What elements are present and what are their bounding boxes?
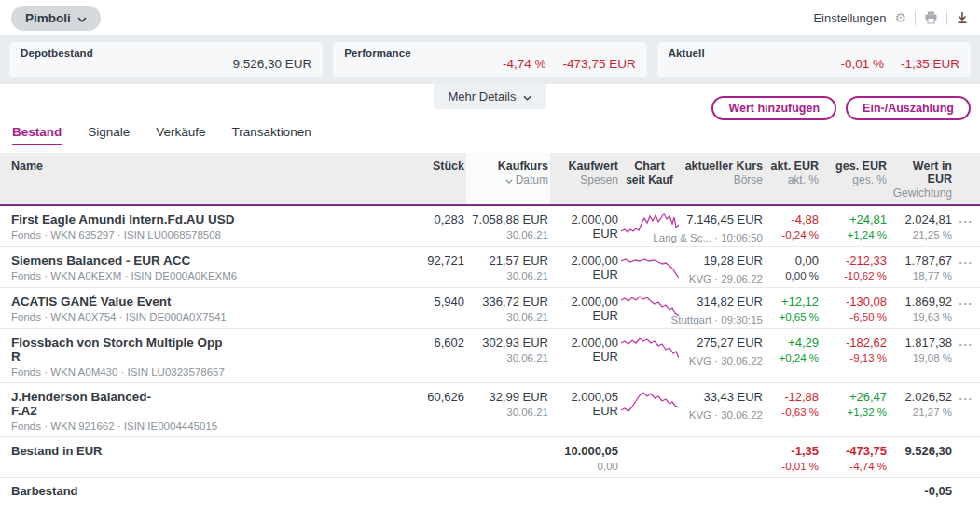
col-header-aktueller-kurs[interactable]: aktueller Kurs Börse: [681, 153, 765, 205]
ges-pct-value: -10,62 %: [821, 270, 887, 282]
card-performance: Performance -4,74 %-473,75 EUR: [333, 42, 646, 77]
kauf-datum: 30.06.21: [466, 352, 548, 364]
col-header-akt-eur[interactable]: akt. EUR akt. %: [765, 153, 821, 205]
aktueller-kurs-value: 314,82 EUR: [681, 295, 763, 309]
kaufkurs-value: 32,99 EUR: [466, 390, 548, 404]
kaufwert-value: 2.000,05 EUR: [550, 390, 618, 418]
kauf-datum: 30.06.21: [466, 407, 548, 418]
divider: [946, 11, 947, 25]
stueck-value: 60,626: [410, 390, 464, 404]
col-header-wert-in-eur[interactable]: Wert in EUR Gewichtung: [889, 153, 954, 205]
account-selector[interactable]: Pimboli: [11, 6, 101, 31]
stueck-value: 92,721: [410, 254, 464, 268]
more-details-button[interactable]: Mehr Details: [434, 84, 547, 109]
kauf-datum: 30.06.21: [466, 270, 548, 282]
row-menu-button[interactable]: ···: [959, 215, 973, 228]
row-menu-button[interactable]: ···: [959, 393, 973, 406]
wert-value: 2.024,81: [889, 213, 952, 227]
summary-band: Depotbestand 9.526,30 EUR Performance -4…: [0, 35, 980, 84]
table-header-row: Name Stück Kaufkurs Datum Kaufwert Spese…: [0, 153, 980, 205]
col-header-chart[interactable]: Chart seit Kauf: [620, 153, 681, 205]
ges-pct-value: +1,32 %: [821, 407, 887, 418]
chevron-down-icon: [523, 90, 531, 104]
sparkline-chart[interactable]: [621, 252, 679, 280]
kauf-datum: 30.06.21: [466, 311, 548, 323]
aktueller-kurs-value: 275,27 EUR: [681, 336, 763, 350]
performance-value: -473,75 EUR: [563, 57, 636, 71]
total-ges-eur: -473,75: [821, 444, 887, 458]
table-row: ACATIS GANÉ Value Event Fonds · WKN A0X7…: [0, 288, 980, 329]
chevron-down-icon: [77, 11, 87, 25]
account-name: Pimboli: [25, 11, 71, 25]
fund-name[interactable]: J.Henderson Balanced- F.A2: [11, 390, 408, 418]
details-row: Mehr Details Wert hinzufügen Ein-/Auszah…: [0, 84, 980, 119]
ges-eur-value: +26,47: [821, 390, 887, 404]
download-icon[interactable]: [956, 11, 969, 24]
total-spesen: 0,00: [550, 461, 618, 472]
col-header-stueck[interactable]: Stück: [410, 153, 466, 205]
row-menu-button[interactable]: ···: [959, 338, 973, 352]
tab-verkaeufe[interactable]: Verkäufe: [156, 125, 205, 145]
gewichtung-value: 21,25 %: [889, 229, 952, 241]
sparkline-chart[interactable]: [621, 293, 679, 321]
fund-name[interactable]: Flossbach von Storch Multiple Opp R: [11, 336, 408, 364]
col-header-kaufwert[interactable]: Kaufwert Spesen: [550, 153, 620, 205]
fund-name[interactable]: Siemens Balanced - EUR ACC: [11, 254, 408, 268]
total-akt-pct: -0,01 %: [765, 461, 819, 472]
sparkline-chart[interactable]: [621, 334, 679, 362]
gewichtung-value: 18,77 %: [889, 270, 952, 282]
fund-name[interactable]: ACATIS GANÉ Value Event: [11, 295, 408, 309]
tab-transaktionen[interactable]: Transaktionen: [232, 125, 311, 145]
fund-meta: Fonds · WKN A0M430 · ISIN LU0323578657: [11, 366, 408, 378]
boerse-info: KVG · 30.06.22: [689, 355, 763, 366]
tab-bestand[interactable]: Bestand: [12, 125, 62, 145]
tab-signale[interactable]: Signale: [88, 125, 130, 145]
kaufwert-value: 2.000,00 EUR: [550, 254, 618, 282]
row-menu-button[interactable]: ···: [959, 256, 973, 269]
fund-meta: Fonds · WKN 921662 · ISIN IE0004445015: [11, 421, 408, 432]
gear-icon[interactable]: ⚙: [894, 11, 906, 24]
printer-icon[interactable]: [924, 11, 938, 24]
total-label: Bestand in EUR: [11, 444, 408, 458]
total-kaufwert: 10.000,05: [550, 444, 618, 458]
col-header-name[interactable]: Name: [0, 153, 410, 205]
table-row: J.Henderson Balanced- F.A2 Fonds · WKN 9…: [0, 383, 980, 437]
fund-name[interactable]: First Eagle Amundi Intern.Fd.AU USD: [11, 213, 408, 227]
settings-label[interactable]: Einstellungen: [813, 11, 886, 25]
table-row: Siemens Balanced - EUR ACC Fonds · WKN A…: [0, 247, 980, 288]
kaufkurs-value: 21,57 EUR: [466, 254, 548, 268]
aktueller-kurs-value: 33,43 EUR: [681, 390, 763, 404]
boerse-info: Lang & Sc... · 10:06:50: [653, 232, 763, 243]
total-akt-eur: -1,35: [765, 444, 819, 458]
total-ges-pct: -4,74 %: [821, 461, 887, 472]
stueck-value: 0,283: [410, 213, 464, 227]
akt-eur-value: 0,00: [765, 254, 819, 268]
kaufwert-value: 2.000,00 EUR: [550, 336, 618, 364]
ges-eur-value: +24,81: [821, 213, 887, 227]
boerse-info: KVG · 30.06.22: [689, 409, 763, 421]
kaufwert-value: 2.000,00 EUR: [550, 295, 618, 323]
fund-meta: Fonds · WKN A0X754 · ISIN DE000A0X7541: [11, 311, 408, 323]
akt-eur-value: +12,12: [765, 295, 819, 309]
payin-payout-button[interactable]: Ein-/Auszahlung: [846, 96, 971, 120]
aktuell-value: -1,35 EUR: [901, 57, 959, 71]
col-header-kaufkurs[interactable]: Kaufkurs Datum: [466, 153, 550, 205]
wert-value: 1.817,38: [889, 336, 952, 350]
col-header-ges-eur[interactable]: ges. EUR ges. %: [821, 153, 889, 205]
akt-pct-value: -0,24 %: [765, 229, 819, 241]
row-menu-button[interactable]: ···: [959, 297, 973, 311]
total-label: Barbestand: [11, 484, 408, 498]
kaufkurs-value: 7.058,88 EUR: [466, 213, 548, 227]
stueck-value: 6,602: [410, 336, 464, 350]
ges-eur-value: -130,08: [821, 295, 887, 309]
stueck-value: 5,940: [410, 295, 464, 309]
table-row-barbestand: Barbestand -0,05: [0, 478, 980, 504]
wert-value: 2.026,52: [889, 390, 952, 404]
aktuell-percent: -0,01 %: [840, 57, 884, 71]
ges-eur-value: -182,62: [821, 336, 887, 350]
table-row-gesamtwert: Gesamtwert -473,75 9.526,25: [0, 504, 980, 511]
add-value-button[interactable]: Wert hinzufügen: [711, 96, 836, 120]
sparkline-chart[interactable]: [621, 388, 679, 416]
gewichtung-value: 21,27 %: [889, 407, 952, 418]
tab-bar: Bestand Signale Verkäufe Transaktionen: [0, 125, 980, 145]
